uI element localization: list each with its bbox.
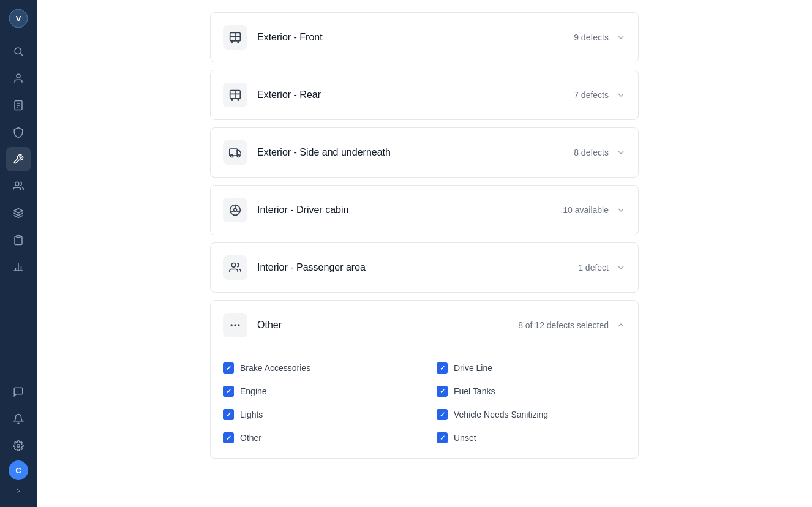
lights-checkbox[interactable] [223,409,234,420]
section-exterior-side-header[interactable]: Exterior - Side and underneath 8 defects [211,128,638,177]
svg-point-9 [15,182,19,186]
sanitizing-checkbox[interactable] [437,409,448,420]
section-other: Other 8 of 12 defects selected Brake Acc… [210,300,639,459]
dots-icon [223,313,247,337]
search-icon[interactable] [6,39,31,64]
user-icon[interactable] [6,66,31,91]
main-content: Exterior - Front 9 defects [37,0,812,507]
clipboard-icon[interactable] [6,228,31,252]
fuel-checkbox[interactable] [437,386,448,397]
avatar[interactable]: C [9,460,28,480]
brake-label: Brake Accessories [240,363,310,373]
section-interior-driver: Interior - Driver cabin 10 available [210,185,639,235]
section-exterior-rear-header[interactable]: Exterior - Rear 7 defects [211,70,638,119]
checkbox-item-other: Other [223,432,412,443]
shield-icon[interactable] [6,120,31,145]
section-interior-passenger-header[interactable]: Interior - Passenger area 1 defect [211,243,638,292]
unset-checkbox[interactable] [437,432,448,443]
sanitizing-label: Vehicle Needs Sanitizing [454,410,548,419]
other-checkbox[interactable] [223,432,234,443]
section-exterior-side-chevron [616,148,626,157]
svg-point-42 [238,324,239,326]
app-logo[interactable]: V [7,7,29,29]
section-interior-passenger-chevron [616,263,626,272]
checkbox-item-lights: Lights [223,409,412,420]
svg-point-41 [234,324,236,326]
brake-checkbox[interactable] [223,362,234,374]
section-interior-driver-header[interactable]: Interior - Driver cabin 10 available [211,186,638,235]
section-interior-driver-badge: 10 available [563,205,609,215]
section-exterior-front-chevron [616,32,626,42]
checkbox-item-engine: Engine [223,386,412,397]
svg-point-40 [231,324,233,326]
section-exterior-front-badge: 9 defects [574,32,609,42]
checkbox-item-sanitizing: Vehicle Needs Sanitizing [437,409,626,420]
svg-line-3 [20,53,23,56]
svg-point-4 [17,74,20,78]
bell-icon[interactable] [6,407,31,431]
svg-text:V: V [16,14,21,23]
svg-point-16 [17,445,20,448]
bus-front-icon [223,25,247,50]
fuel-label: Fuel Tanks [454,386,495,396]
document-icon[interactable] [6,93,31,118]
section-interior-passenger-title: Interior - Passenger area [257,262,578,273]
section-interior-passenger: Interior - Passenger area 1 defect [210,242,639,293]
engine-checkbox[interactable] [223,386,234,397]
chat-icon[interactable] [6,380,31,404]
svg-point-39 [231,263,236,268]
checkbox-item-unset: Unset [437,432,626,443]
svg-marker-10 [14,209,23,214]
section-interior-driver-title: Interior - Driver cabin [257,205,563,216]
engine-label: Engine [240,386,267,396]
section-exterior-front-header[interactable]: Exterior - Front 9 defects [211,13,638,62]
checkbox-grid: Brake Accessories Drive Line Engine Fuel… [223,362,626,443]
bar-chart-icon[interactable] [6,255,31,279]
checkbox-item-fuel: Fuel Tanks [437,386,626,397]
unset-label: Unset [454,433,476,443]
section-exterior-rear: Exterior - Rear 7 defects [210,70,639,120]
gear-icon[interactable] [6,434,31,458]
svg-point-2 [15,48,21,54]
section-other-chevron [616,320,626,330]
section-other-title: Other [257,320,518,331]
section-interior-passenger-badge: 1 defect [578,263,609,272]
section-interior-driver-chevron [616,205,626,215]
section-exterior-rear-chevron [616,90,626,100]
svg-rect-11 [17,236,20,238]
section-exterior-front: Exterior - Front 9 defects [210,12,639,62]
driveline-checkbox[interactable] [437,362,448,374]
section-exterior-rear-badge: 7 defects [574,90,609,100]
lights-label: Lights [240,410,263,419]
bus-rear-icon [223,83,247,107]
section-exterior-rear-title: Exterior - Rear [257,89,574,100]
sidebar: V [0,0,37,507]
layers-icon[interactable] [6,201,31,225]
checkbox-item-brake: Brake Accessories [223,362,412,374]
wrench-icon[interactable] [6,147,31,171]
other-label: Other [240,433,261,443]
section-other-header[interactable]: Other 8 of 12 defects selected [211,301,638,350]
expand-sidebar-button[interactable]: > [6,483,31,500]
team-icon[interactable] [6,174,31,198]
section-exterior-front-title: Exterior - Front [257,32,574,43]
section-other-badge: 8 of 12 defects selected [518,320,609,330]
driveline-label: Drive Line [454,363,492,373]
section-exterior-side-title: Exterior - Side and underneath [257,147,574,158]
people-icon [223,255,247,280]
section-exterior-side: Exterior - Side and underneath 8 defects [210,127,639,178]
section-exterior-side-badge: 8 defects [574,148,609,157]
steering-wheel-icon [223,198,247,222]
checkbox-item-driveline: Drive Line [437,362,626,374]
section-other-body: Brake Accessories Drive Line Engine Fuel… [211,350,638,458]
truck-icon [223,140,247,165]
